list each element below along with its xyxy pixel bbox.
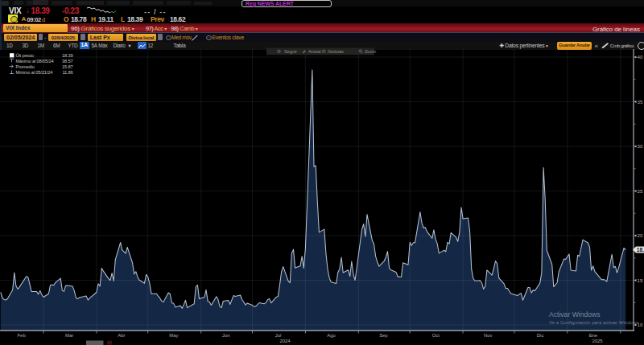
svg-text:Promedio: Promedio xyxy=(16,64,35,69)
svg-text:Jun: Jun xyxy=(222,333,230,338)
svg-text:Ve a Configuración para activa: Ve a Configuración para activar Windows xyxy=(549,319,638,325)
svg-text:2024: 2024 xyxy=(279,339,291,343)
svg-text:Jul: Jul xyxy=(275,333,282,338)
svg-text:11.86: 11.86 xyxy=(62,70,72,75)
svg-text:Zoom: Zoom xyxy=(365,49,377,54)
svg-text:May: May xyxy=(169,333,178,338)
svg-text:Sep: Sep xyxy=(379,333,388,338)
svg-text:40: 40 xyxy=(638,54,643,60)
svg-text:25: 25 xyxy=(638,188,643,194)
svg-text:18.39: 18.39 xyxy=(637,247,644,253)
svg-text:15.87: 15.87 xyxy=(62,64,72,69)
svg-text:Abr: Abr xyxy=(118,333,125,338)
svg-text:Activar Windows: Activar Windows xyxy=(549,310,601,318)
svg-text:Noticias: Noticias xyxy=(328,49,344,54)
svg-text:38.57: 38.57 xyxy=(62,59,72,64)
svg-text:20: 20 xyxy=(638,232,643,238)
svg-text:Nov: Nov xyxy=(484,333,493,338)
svg-text:18.39: 18.39 xyxy=(62,53,72,58)
svg-text:Máximo al 08/05/24: Máximo al 08/05/24 xyxy=(16,59,54,64)
svg-text:15: 15 xyxy=(638,277,643,283)
svg-text:Ago: Ago xyxy=(327,333,336,338)
svg-text:Feb: Feb xyxy=(18,333,27,338)
svg-text:30: 30 xyxy=(638,143,643,149)
svg-text:Mínimo al 05/21/24: Mínimo al 05/21/24 xyxy=(16,70,53,75)
svg-text:Dic: Dic xyxy=(537,333,544,338)
svg-text:35: 35 xyxy=(638,99,643,105)
svg-text:Últ precio: Últ precio xyxy=(16,53,35,58)
svg-text:Anotar: Anotar xyxy=(308,49,321,54)
svg-text:Oct: Oct xyxy=(432,333,440,338)
svg-text:Ene: Ene xyxy=(589,333,598,338)
svg-text:Seguir: Seguir xyxy=(284,49,297,54)
svg-text:2025: 2025 xyxy=(592,339,603,343)
svg-text:Mar: Mar xyxy=(65,333,73,338)
